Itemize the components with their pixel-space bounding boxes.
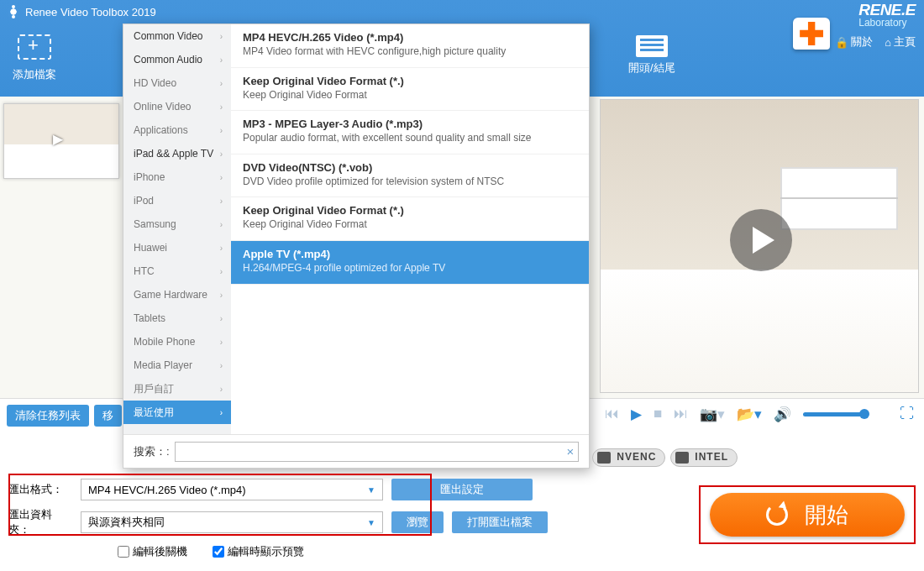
category-item[interactable]: Mobile Phone› xyxy=(123,330,231,354)
format-item[interactable]: MP3 - MPEG Layer-3 Audio (*.mp3)Popular … xyxy=(231,111,589,155)
shutdown-checkbox-input[interactable] xyxy=(118,546,129,558)
export-format-select[interactable]: MP4 HEVC/H.265 Video (*.mp4) ▼ xyxy=(81,479,383,500)
add-file-button[interactable]: 添加檔案 xyxy=(13,30,56,82)
category-item[interactable]: iPhone› xyxy=(123,165,231,189)
chevron-right-icon: › xyxy=(220,173,223,182)
search-input[interactable] xyxy=(175,442,579,462)
clear-tasks-button[interactable]: 清除任務列表 xyxy=(7,405,89,427)
format-dropdown-panel: Common Video›Common Audio›HD Video›Onlin… xyxy=(123,24,590,469)
format-title: MP4 HEVC/H.265 Video (*.mp4) xyxy=(243,31,577,44)
start-label: 開始 xyxy=(805,500,848,530)
home-icon: ⌂ xyxy=(885,36,891,49)
category-item[interactable]: Samsung› xyxy=(123,212,231,236)
gpu-intel-badge: INTEL xyxy=(670,448,738,467)
open-folder-icon[interactable]: 📂▾ xyxy=(737,406,762,423)
preview-checkbox[interactable]: 編輯時顯示預覽 xyxy=(213,544,304,559)
head-tail-button[interactable]: 開頭/結尾 xyxy=(628,35,675,76)
start-button[interactable]: 開始 xyxy=(710,493,905,537)
format-desc: MP4 Video format with HEVC configure,hig… xyxy=(243,45,577,59)
chevron-right-icon: › xyxy=(220,361,223,370)
move-task-button[interactable]: 移 xyxy=(94,405,122,427)
category-item[interactable]: Online Video› xyxy=(123,95,231,118)
export-folder-select[interactable]: 與源資料夾相同 ▼ xyxy=(81,511,383,533)
home-link[interactable]: ⌂主頁 xyxy=(885,34,916,50)
category-label: 最近使用 xyxy=(134,406,174,420)
brand-name: RENE.E xyxy=(858,2,916,18)
chevron-down-icon: ▼ xyxy=(367,518,375,527)
next-track-icon[interactable]: ⏭ xyxy=(674,406,688,422)
prev-track-icon[interactable]: ⏮ xyxy=(605,406,619,422)
browse-button[interactable]: 瀏覽 xyxy=(391,511,444,533)
brand-area: RENE.E Laboratory 🔒關於 ⌂主頁 xyxy=(793,2,916,50)
format-list: MP4 HEVC/H.265 Video (*.mp4)MP4 Video fo… xyxy=(231,24,589,434)
category-item[interactable]: Common Video› xyxy=(123,24,231,48)
stop-icon[interactable]: ■ xyxy=(654,406,662,422)
chevron-right-icon: › xyxy=(220,408,223,417)
volume-slider[interactable] xyxy=(803,412,865,416)
export-settings-button[interactable]: 匯出設定 xyxy=(391,479,533,500)
category-label: HTC xyxy=(134,265,155,277)
format-item[interactable]: MP4 HEVC/H.265 Video (*.mp4)MP4 Video fo… xyxy=(231,24,589,68)
format-title: Keep Original Video Format (*.) xyxy=(243,75,577,87)
play-button[interactable] xyxy=(730,209,792,271)
open-export-folder-button[interactable]: 打開匯出檔案 xyxy=(452,511,548,533)
format-item[interactable]: Keep Original Video Format (*.)Keep Orig… xyxy=(231,197,589,241)
category-label: Applications xyxy=(134,124,188,136)
brand-plus-icon xyxy=(800,22,823,45)
chevron-right-icon: › xyxy=(220,149,223,159)
search-row: 搜索：: × xyxy=(123,434,589,468)
gpu-nvenc-badge: NVENC xyxy=(592,448,665,467)
format-item[interactable]: Keep Original Video Format (*.)Keep Orig… xyxy=(231,68,589,112)
volume-icon[interactable]: 🔊 xyxy=(774,406,791,423)
category-item[interactable]: HD Video› xyxy=(123,71,231,95)
chevron-right-icon: › xyxy=(220,220,223,229)
category-label: Online Video xyxy=(134,101,192,113)
category-item[interactable]: Media Player› xyxy=(123,354,231,377)
chevron-right-icon: › xyxy=(220,338,223,347)
export-folder-value: 與源資料夾相同 xyxy=(88,515,165,530)
category-item[interactable]: iPad && Apple TV› xyxy=(123,142,231,165)
format-title: MP3 - MPEG Layer-3 Audio (*.mp3) xyxy=(243,118,577,130)
about-link[interactable]: 🔒關於 xyxy=(835,34,873,50)
category-label: 用戶自訂 xyxy=(134,382,174,396)
source-thumbnail[interactable] xyxy=(3,103,119,179)
category-item[interactable]: Applications› xyxy=(123,118,231,142)
shutdown-checkbox[interactable]: 編輯後關機 xyxy=(118,544,187,559)
category-list: Common Video›Common Audio›HD Video›Onlin… xyxy=(123,24,231,434)
format-desc: Popular audio format, with excellent sou… xyxy=(243,132,577,145)
export-format-label: 匯出格式： xyxy=(8,482,72,497)
chevron-right-icon: › xyxy=(220,32,223,41)
category-item[interactable]: 最近使用› xyxy=(123,401,231,424)
app-title: Renee Video Toolbox 2019 xyxy=(25,6,156,18)
clear-search-icon[interactable]: × xyxy=(562,444,579,458)
preview-image xyxy=(600,99,919,393)
category-item[interactable]: Huawei› xyxy=(123,236,231,259)
format-item[interactable]: DVD Video(NTSC) (*.vob)DVD Video profile… xyxy=(231,155,589,198)
preview-pane xyxy=(600,99,919,393)
chevron-right-icon: › xyxy=(220,55,223,65)
category-item[interactable]: Common Audio› xyxy=(123,48,231,71)
fullscreen-icon[interactable]: ⛶ xyxy=(900,406,914,422)
category-item[interactable]: Game Hardware› xyxy=(123,283,231,306)
category-item[interactable]: HTC› xyxy=(123,259,231,283)
shutdown-checkbox-label: 編輯後關機 xyxy=(133,544,187,559)
head-tail-label: 開頭/結尾 xyxy=(628,60,675,76)
preview-shelf xyxy=(780,167,898,230)
format-title: Keep Original Video Format (*.) xyxy=(243,204,577,217)
brand-sub: Laboratory xyxy=(858,18,916,28)
format-title: DVD Video(NTSC) (*.vob) xyxy=(243,161,577,174)
category-item[interactable]: 用戶自訂› xyxy=(123,377,231,401)
category-label: Game Hardware xyxy=(134,289,207,301)
preview-checkbox-input[interactable] xyxy=(213,546,224,558)
category-item[interactable]: Tablets› xyxy=(123,306,231,330)
play-icon[interactable]: ▶ xyxy=(631,406,642,423)
category-item[interactable]: iPod› xyxy=(123,189,231,212)
format-item[interactable]: Apple TV (*.mp4)H.264/MPEG-4 profile opt… xyxy=(231,241,589,285)
export-format-value: MP4 HEVC/H.265 Video (*.mp4) xyxy=(88,484,246,496)
category-label: Mobile Phone xyxy=(134,336,195,348)
titlebar: Renee Video Toolbox 2019 xyxy=(0,0,924,24)
chevron-right-icon: › xyxy=(220,244,223,253)
chevron-right-icon: › xyxy=(220,291,223,300)
refresh-icon xyxy=(766,504,788,526)
snapshot-icon[interactable]: 📷▾ xyxy=(700,406,725,423)
